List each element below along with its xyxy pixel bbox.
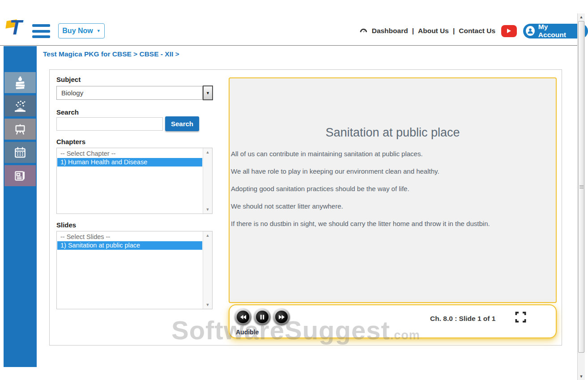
chapter-option[interactable]: 1) Human Health and Disease <box>57 158 202 167</box>
nav-separator: | <box>453 27 455 35</box>
caret-down-icon: ▼ <box>206 91 210 95</box>
sidebar-item-calendar[interactable] <box>4 142 36 163</box>
pause-button[interactable] <box>254 308 271 325</box>
player-bar: Audible Ch. 8.0 : Slide 1 of 1 <box>229 304 557 338</box>
search-label: Search <box>56 108 79 116</box>
sidebar-item-exam-study[interactable] <box>4 72 36 93</box>
slides-options: -- Select Slides --1) Sanitation at publ… <box>57 233 202 250</box>
slides-scrollbar[interactable]: ▲ ▼ <box>203 231 212 309</box>
fast-forward-icon <box>275 311 288 323</box>
buy-now-button[interactable]: Buy Now ▼ <box>58 23 105 38</box>
presentation-board-icon <box>13 122 27 137</box>
slide-position-label: Ch. 8.0 : Slide 1 of 1 <box>430 315 495 323</box>
chapters-options: -- Select Chapter --1) Human Health and … <box>57 149 202 167</box>
top-nav: Dashboard | About Us | Contact Us My Acc… <box>359 23 588 38</box>
knowledge-burst-icon <box>13 99 27 113</box>
search-input[interactable] <box>56 117 163 131</box>
scrollbar-up-icon[interactable]: ▲ <box>578 15 585 19</box>
pause-icon <box>256 311 268 323</box>
slide-title: Sanitation at public place <box>230 126 556 140</box>
user-avatar-icon <box>526 26 535 36</box>
rewind-button[interactable] <box>234 308 251 325</box>
logo-letter: T <box>9 15 22 39</box>
hamburger-bar <box>32 35 50 38</box>
scrollbar-thumb[interactable] <box>578 21 584 353</box>
chapter-option[interactable]: -- Select Chapter -- <box>57 149 202 158</box>
hamburger-bar <box>32 30 50 33</box>
slide-viewer: Sanitation at public place All of us can… <box>229 77 557 303</box>
fullscreen-icon[interactable] <box>515 311 527 323</box>
brand-logo[interactable]: T <box>6 19 30 42</box>
slide-paragraph: All of us can contribute in maintaining … <box>231 150 553 158</box>
play-triangle-icon <box>507 29 511 33</box>
calendar-icon <box>13 145 27 160</box>
scroll-down-icon[interactable]: ▼ <box>203 303 212 307</box>
rewind-icon <box>237 311 249 323</box>
fast-forward-button[interactable] <box>273 308 290 325</box>
vertical-scrollbar[interactable]: ▲ ▼ <box>577 13 585 380</box>
breadcrumb: Test Magica PKG for CBSE > CBSE - XII > <box>43 50 179 58</box>
content-panel: Subject Biology ▼ Search Search Chapters… <box>49 69 562 346</box>
slide-option[interactable]: 1) Sanitation at public place <box>57 241 202 250</box>
sidebar-item-presentation[interactable] <box>4 119 36 140</box>
news-journal-icon <box>13 169 27 183</box>
scrollbar-down-icon[interactable]: ▼ <box>578 374 585 379</box>
subject-select-arrow-button[interactable]: ▼ <box>203 85 213 100</box>
scroll-up-icon[interactable]: ▲ <box>203 150 212 154</box>
buy-now-label: Buy Now <box>62 27 93 35</box>
chapters-label: Chapters <box>56 138 85 145</box>
youtube-icon[interactable] <box>501 25 517 37</box>
chapters-listbox[interactable]: -- Select Chapter --1) Human Health and … <box>56 148 213 214</box>
scroll-down-icon[interactable]: ▼ <box>203 207 212 212</box>
player-controls <box>234 308 290 325</box>
slide-paragraph: Adopting good sanitation practices shoul… <box>231 185 553 192</box>
exam-study-icon <box>13 76 27 90</box>
sidebar-item-news[interactable] <box>4 165 36 186</box>
audible-label: Audible <box>236 329 259 336</box>
app-window: T Buy Now ▼ Dashboard | About Us | Conta… <box>0 0 588 380</box>
scroll-up-icon[interactable]: ▲ <box>203 233 212 238</box>
hamburger-menu-icon[interactable] <box>32 24 50 38</box>
nav-contact-us[interactable]: Contact Us <box>459 27 495 35</box>
slide-body: All of us can contribute in maintaining … <box>230 150 556 227</box>
sidebar-item-knowledge[interactable] <box>4 95 36 116</box>
subject-label: Subject <box>56 76 81 83</box>
caret-down-icon: ▼ <box>97 29 101 33</box>
hamburger-bar <box>32 24 50 27</box>
sidebar <box>4 46 37 367</box>
header-divider <box>0 45 577 46</box>
slides-label: Slides <box>56 221 76 229</box>
my-account-label: My Account <box>538 23 574 39</box>
subject-select[interactable]: Biology <box>56 86 203 100</box>
slides-listbox[interactable]: -- Select Slides --1) Sanitation at publ… <box>56 231 213 309</box>
slide-option[interactable]: -- Select Slides -- <box>57 233 202 241</box>
scrollbar-grip-icon <box>579 185 584 189</box>
search-button[interactable]: Search <box>165 116 199 131</box>
nav-dashboard[interactable]: Dashboard <box>372 27 408 35</box>
slide-paragraph: We all have role to play in keeping our … <box>231 167 553 175</box>
nav-separator: | <box>412 27 414 35</box>
dashboard-gauge-icon <box>359 27 368 35</box>
chapters-scrollbar[interactable]: ▲ ▼ <box>203 148 212 213</box>
slide-paragraph: If there is no dustbin in sight, we shou… <box>231 220 553 227</box>
nav-about-us[interactable]: About Us <box>418 27 449 35</box>
slide-paragraph: We should not scatter litter anywhere. <box>231 202 553 210</box>
